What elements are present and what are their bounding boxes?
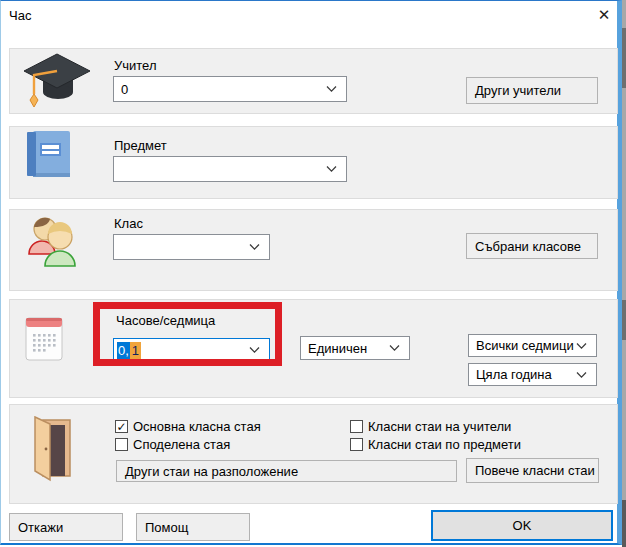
term-combobox[interactable]: Цяла година — [468, 363, 597, 386]
joined-classes-button-label: Събрани класове — [475, 239, 581, 254]
window-title: Час — [9, 8, 31, 23]
chevron-down-icon — [389, 345, 400, 352]
checkmark-glyph: ✓ — [116, 421, 126, 433]
door-icon — [29, 416, 77, 482]
help-button-label: Помощ — [145, 520, 188, 535]
checkbox-unchecked-icon — [350, 420, 363, 433]
subject-label: Предмет — [114, 138, 167, 153]
desktop-edge — [622, 0, 626, 547]
students-icon — [23, 214, 87, 268]
other-rooms-button[interactable]: Други стаи на разположение — [116, 460, 457, 482]
other-teachers-button-label: Други учители — [475, 83, 561, 98]
cancel-button-label: Откажи — [18, 520, 63, 535]
more-rooms-button-label: Повече класни стаи — [475, 463, 595, 478]
graduation-cap-icon — [21, 52, 91, 110]
subject-rooms-checkbox[interactable]: Класни стаи по предмети — [350, 437, 521, 452]
chevron-down-icon — [576, 371, 587, 378]
highlight-rectangle — [93, 302, 282, 366]
checkbox-unchecked-icon — [350, 438, 363, 451]
teachers-rooms-checkbox[interactable]: Класни стаи на учители — [350, 419, 511, 434]
checkbox-unchecked-icon — [115, 438, 128, 451]
other-rooms-button-label: Други стаи на разположение — [125, 464, 298, 479]
class-combobox[interactable] — [113, 234, 270, 260]
lesson-dialog-window: Час ✕ Учител 0 Други учители Предмет — [0, 0, 622, 545]
chevron-down-icon — [326, 166, 337, 173]
subject-rooms-checkbox-label: Класни стаи по предмети — [368, 437, 521, 452]
other-teachers-button[interactable]: Други учители — [466, 77, 598, 104]
teachers-rooms-checkbox-label: Класни стаи на учители — [368, 419, 511, 434]
cancel-button[interactable]: Откажи — [9, 513, 123, 541]
subject-combobox[interactable] — [113, 156, 347, 182]
close-icon[interactable]: ✕ — [592, 4, 616, 26]
duration-combobox[interactable]: Единичен — [300, 336, 410, 360]
section-rooms — [9, 404, 618, 504]
class-label: Клас — [114, 216, 143, 231]
home-classroom-checkbox-label: Основна класна стая — [133, 419, 261, 434]
ok-button-label: OK — [513, 518, 532, 533]
chevron-down-icon — [576, 342, 587, 349]
book-icon — [27, 131, 71, 179]
teacher-label: Учител — [114, 58, 157, 73]
weeks-combobox[interactable]: Всички седмици — [468, 334, 597, 357]
teacher-combobox[interactable]: 0 — [113, 76, 347, 102]
help-button[interactable]: Помощ — [136, 513, 250, 541]
shared-room-checkbox[interactable]: Споделена стая — [115, 437, 230, 452]
term-combobox-value: Цяла година — [476, 367, 552, 382]
teacher-combobox-value: 0 — [121, 82, 128, 97]
weeks-combobox-value: Всички седмици — [476, 338, 574, 353]
title-bar: Час ✕ — [1, 1, 617, 29]
chevron-down-icon — [326, 86, 337, 93]
calendar-icon — [25, 315, 63, 362]
more-rooms-button[interactable]: Повече класни стаи — [466, 458, 599, 483]
joined-classes-button[interactable]: Събрани класове — [466, 233, 598, 259]
home-classroom-checkbox[interactable]: ✓ Основна класна стая — [115, 419, 261, 434]
duration-combobox-value: Единичен — [308, 341, 367, 356]
shared-room-checkbox-label: Споделена стая — [133, 437, 230, 452]
ok-button[interactable]: OK — [431, 510, 613, 541]
checkbox-checked-icon: ✓ — [115, 420, 128, 433]
chevron-down-icon — [249, 244, 260, 251]
